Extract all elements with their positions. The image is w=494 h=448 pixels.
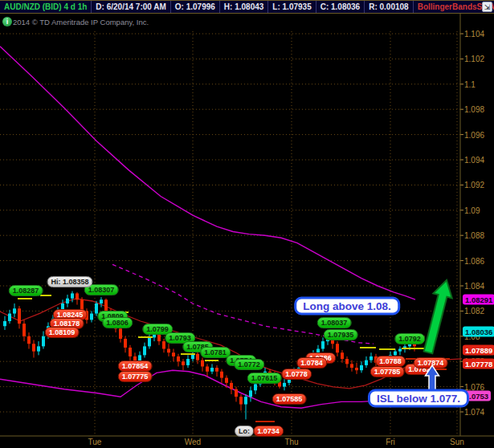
restore-window-icon[interactable]: ⇲ (482, 2, 492, 12)
stop-loss-callout[interactable]: ISL below 1.077. (368, 389, 469, 408)
symbol-label: AUD/NZD (BID) 4 d 1h (0, 1, 91, 13)
low-field: L: 1.07935 (267, 1, 315, 13)
long-entry-callout[interactable]: Long above 1.08. (294, 297, 400, 316)
close-field: C: 1.08036 (316, 1, 364, 13)
open-field: O: 1.07996 (170, 1, 219, 13)
breakout-green-arrow[interactable] (424, 280, 452, 353)
drawing-overlay (0, 0, 494, 448)
date-field: D: 6/20/14 7:00 AM (91, 1, 169, 13)
range-field: R: 0.00108 (364, 1, 412, 13)
quote-bar: AUD/NZD (BID) 4 d 1h D: 6/20/14 7:00 AM … (0, 0, 494, 14)
high-field: H: 1.08043 (219, 1, 267, 13)
